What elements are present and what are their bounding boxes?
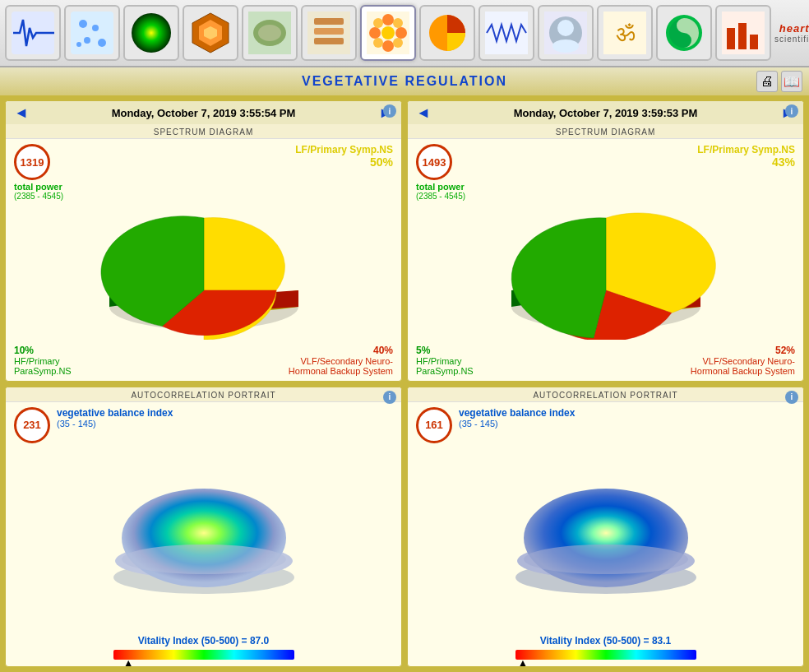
heart-logo-sub: scientific bbox=[774, 35, 809, 44]
svg-point-6 bbox=[76, 42, 81, 47]
heatmap-toolbar-icon[interactable] bbox=[123, 5, 179, 61]
svg-point-20 bbox=[382, 14, 394, 25]
page-header: VEGETATIVE REGULATION 🖨 📖 bbox=[0, 67, 809, 95]
vlf-label-right: VLF/Secondary Neuro-Hormonal Backup Syst… bbox=[691, 356, 795, 376]
vitality-label-left: Vitality Index (50-500) = 87.0 bbox=[14, 635, 393, 647]
spectrum-content-right: 1493 total power (2385 - 4545) LF/Primar… bbox=[408, 139, 803, 381]
hexagon-toolbar-icon[interactable] bbox=[183, 5, 238, 61]
print-button[interactable]: 🖨 bbox=[756, 71, 778, 92]
scatter-toolbar-icon[interactable] bbox=[64, 5, 120, 61]
svg-point-24 bbox=[373, 18, 383, 28]
blob-right bbox=[416, 447, 795, 636]
brain-toolbar-icon[interactable] bbox=[242, 5, 298, 61]
svg-point-13 bbox=[258, 25, 281, 41]
ecg-toolbar-icon[interactable] bbox=[5, 5, 61, 61]
nav-date-right: Monday, October 7, 2019 3:59:53 PM bbox=[514, 107, 698, 119]
color-bar-left bbox=[113, 650, 294, 660]
total-power-badge-left: 1319 total power (2385 - 4545) bbox=[14, 144, 63, 201]
pie-toolbar-icon[interactable] bbox=[419, 5, 475, 61]
svg-point-22 bbox=[369, 27, 381, 39]
lf-percent-right: 43% bbox=[697, 155, 795, 169]
svg-rect-29 bbox=[485, 12, 528, 54]
autocorr-header-left: AUTOCORRELATION PORTRAIT bbox=[6, 387, 401, 402]
svg-point-3 bbox=[92, 25, 99, 31]
svg-rect-17 bbox=[314, 38, 344, 44]
svg-point-25 bbox=[393, 18, 403, 28]
profile-toolbar-icon[interactable] bbox=[538, 5, 594, 61]
color-bar-arrow-right: ▲ bbox=[517, 656, 529, 667]
total-power-label-left: total power bbox=[14, 182, 62, 192]
flower-toolbar-icon[interactable] bbox=[360, 5, 416, 61]
nav-left-arrow-right[interactable]: ◄ bbox=[416, 104, 431, 122]
page-title: VEGETATIVE REGULATION bbox=[302, 74, 507, 89]
heart-logo-text: heart bbox=[779, 22, 809, 35]
svg-point-4 bbox=[84, 37, 90, 44]
main-content: ◄ Monday, October 7, 2019 3:55:54 PM ► S… bbox=[0, 95, 809, 672]
spectrum-bottom-right: 5% HF/PrimaryParaSymp.NS 52% VLF/Seconda… bbox=[416, 345, 795, 376]
nav-row-right: ◄ Monday, October 7, 2019 3:59:53 PM ► bbox=[408, 101, 803, 124]
vbi-range-right: (35 - 145) bbox=[459, 419, 575, 429]
color-bar-container-left: ▲ bbox=[14, 650, 393, 660]
om-toolbar-icon[interactable]: ॐ bbox=[597, 5, 653, 61]
svg-rect-40 bbox=[738, 23, 747, 49]
spectrum-panel-left: ◄ Monday, October 7, 2019 3:55:54 PM ► S… bbox=[5, 100, 402, 382]
autocorr-panel-left: AUTOCORRELATION PORTRAIT i 231 vegetativ… bbox=[5, 387, 402, 668]
badge-value-left: 1319 bbox=[14, 144, 50, 180]
spectrum-panel-right: ◄ Monday, October 7, 2019 3:59:53 PM ► S… bbox=[407, 100, 804, 382]
total-power-range-left: (2385 - 4545) bbox=[14, 192, 63, 201]
badge-value-right: 1493 bbox=[416, 144, 452, 180]
info-icon-left[interactable]: i bbox=[383, 104, 396, 118]
vbi-label-right: vegetative balance index bbox=[459, 407, 575, 419]
svg-rect-15 bbox=[314, 18, 344, 25]
wave-toolbar-icon[interactable] bbox=[478, 5, 534, 61]
nav-left-arrow-left[interactable]: ◄ bbox=[14, 104, 29, 122]
nav-row-left: ◄ Monday, October 7, 2019 3:55:54 PM ► bbox=[6, 101, 401, 124]
help-button[interactable]: 📖 bbox=[781, 71, 802, 92]
svg-point-7 bbox=[132, 13, 171, 53]
badge-value-autocorr-right: 161 bbox=[416, 407, 452, 443]
autocorr-content-right: 161 vegetative balance index (35 - 145) bbox=[408, 402, 803, 667]
autocorr-header-right: AUTOCORRELATION PORTRAIT bbox=[408, 387, 803, 402]
svg-rect-41 bbox=[750, 35, 758, 49]
svg-point-47 bbox=[122, 545, 286, 574]
pie-chart-right bbox=[416, 207, 795, 341]
pie-chart-left bbox=[14, 207, 393, 341]
heart-logo: heart scientific bbox=[774, 5, 809, 61]
blob-left bbox=[14, 447, 393, 636]
svg-point-21 bbox=[382, 40, 394, 52]
lf-percent-left: 50% bbox=[295, 155, 393, 169]
svg-point-23 bbox=[395, 27, 407, 39]
total-power-range-right: (2385 - 4545) bbox=[416, 192, 465, 201]
page-header-icons: 🖨 📖 bbox=[756, 71, 802, 92]
svg-rect-1 bbox=[71, 12, 113, 54]
svg-text:ॐ: ॐ bbox=[616, 21, 636, 46]
spectrum-header-left: SPECTRUM DIAGRAM bbox=[6, 124, 401, 139]
yin-yang-toolbar-icon[interactable] bbox=[656, 5, 712, 61]
autocorr-content-left: 231 vegetative balance index (35 - 145) bbox=[6, 402, 401, 667]
toolbar: ॐ heart scientific bbox=[0, 0, 809, 67]
svg-point-51 bbox=[524, 545, 688, 574]
svg-rect-39 bbox=[727, 28, 735, 49]
spectrum-header-right: SPECTRUM DIAGRAM bbox=[408, 124, 803, 139]
total-power-badge-right: 1493 total power (2385 - 4545) bbox=[416, 144, 465, 201]
hf-label-right: HF/PrimaryParaSymp.NS bbox=[416, 356, 474, 376]
lf-label-right: LF/Primary Symp.NS bbox=[697, 144, 795, 155]
vlf-percent-right: 52% bbox=[691, 345, 795, 356]
color-bar-container-right: ▲ bbox=[416, 650, 795, 660]
stack-toolbar-icon[interactable] bbox=[301, 5, 357, 61]
svg-point-27 bbox=[393, 38, 403, 48]
chart-toolbar-icon[interactable] bbox=[715, 5, 771, 61]
vitality-label-right: Vitality Index (50-500) = 83.1 bbox=[416, 635, 795, 647]
spectrum-bottom-left: 10% HF/PrimaryParaSymp.NS 40% VLF/Second… bbox=[14, 345, 393, 376]
vlf-percent-left: 40% bbox=[289, 345, 393, 356]
hf-percent-right: 5% bbox=[416, 345, 474, 356]
color-bar-arrow-left: ▲ bbox=[123, 656, 134, 667]
hf-percent-left: 10% bbox=[14, 345, 72, 356]
info-icon-right[interactable]: i bbox=[785, 104, 798, 118]
svg-point-5 bbox=[98, 39, 106, 47]
hf-label-left: HF/PrimaryParaSymp.NS bbox=[14, 356, 72, 376]
svg-point-2 bbox=[79, 20, 87, 28]
badge-value-autocorr-left: 231 bbox=[14, 407, 50, 443]
svg-rect-16 bbox=[314, 28, 344, 35]
vlf-label-left: VLF/Secondary Neuro-Hormonal Backup Syst… bbox=[289, 356, 393, 376]
